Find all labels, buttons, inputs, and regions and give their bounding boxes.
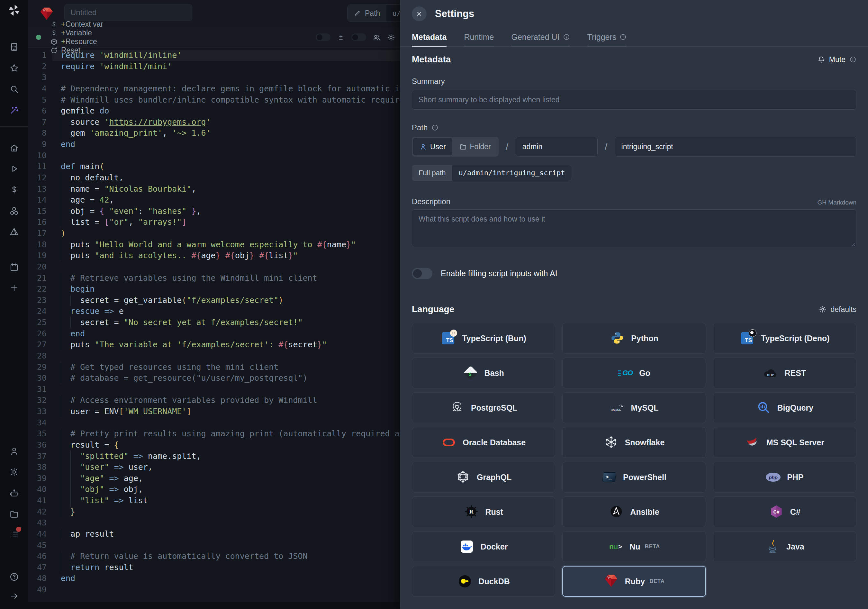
code-line[interactable]: "obj" => obj,	[53, 484, 400, 495]
sidebar-item-help[interactable]	[9, 572, 19, 582]
code-line[interactable]: result = {	[53, 440, 400, 451]
language-card-rest[interactable]: HTTPREST	[713, 358, 856, 389]
language-card-ruby[interactable]: RubyBETA	[562, 566, 706, 597]
sidebar-item-arrow-right[interactable]	[9, 591, 19, 601]
toolbar-toggle[interactable]	[351, 33, 366, 41]
language-card-typescript-deno-[interactable]: TSTypeScript (Deno)	[713, 323, 856, 354]
code-line[interactable]: obj = { "even": "hashes" },	[53, 206, 400, 217]
language-card-nu[interactable]: nu>NuBETA	[562, 531, 706, 562]
script-path-name-input[interactable]	[615, 136, 856, 157]
code-line[interactable]	[53, 262, 400, 273]
language-card-java[interactable]: JavaJava	[713, 531, 856, 562]
toolbar-button-variable[interactable]: +Variable	[50, 29, 92, 37]
owner-kind-user[interactable]: User	[413, 138, 452, 155]
language-card-bash[interactable]: $Bash	[412, 358, 555, 389]
close-button[interactable]	[412, 6, 426, 21]
tab-triggers[interactable]: Triggers	[587, 28, 627, 46]
code-line[interactable]: # Access environment variables provided …	[53, 395, 400, 406]
sidebar-item-folder[interactable]	[9, 509, 19, 519]
code-line[interactable]: end	[53, 328, 400, 339]
code-line[interactable]: return result	[53, 562, 400, 573]
code-line[interactable]: name = "Nicolas Bourbaki",	[53, 184, 400, 195]
language-card-oracle-database[interactable]: Oracle Database	[412, 427, 555, 458]
code-line[interactable]: # Pretty print results using amazing_pri…	[53, 428, 400, 440]
description-textarea[interactable]	[412, 209, 856, 247]
code-line[interactable]: puts "The variable at 'f/examples/secret…	[53, 339, 400, 350]
ai-toggle[interactable]	[412, 268, 432, 279]
code-line[interactable]: age = 42,	[53, 195, 400, 206]
sidebar-item-home[interactable]	[9, 143, 19, 153]
owner-kind-folder[interactable]: Folder	[453, 138, 498, 155]
sidebar-item-star[interactable]	[9, 64, 19, 73]
mute-button[interactable]: Mute	[817, 55, 856, 64]
code-line[interactable]: # Return value is automatically converte…	[53, 551, 400, 562]
language-card-rust[interactable]: RRust	[412, 496, 555, 527]
code-line[interactable]: user = ENV['WM_USERNAME']	[53, 406, 400, 417]
code-line[interactable]: "splitted" => name.split,	[53, 451, 400, 462]
code-line[interactable]: gem 'amazing_print', '~> 1.6'	[53, 128, 400, 139]
code-line[interactable]: secret = "No secret yet at f/examples/se…	[53, 317, 400, 328]
code-line[interactable]: puts "Hello World and a warm welcome esp…	[53, 239, 400, 251]
language-card-go[interactable]: GOGo	[562, 358, 706, 389]
language-card-duckdb[interactable]: DuckDB	[412, 566, 555, 597]
language-card-graphql[interactable]: GraphQL	[412, 462, 555, 493]
code-line[interactable]	[53, 417, 400, 429]
sidebar-item-magic-wand[interactable]	[9, 105, 19, 115]
sidebar-item-person[interactable]	[9, 446, 19, 456]
sidebar-item-list[interactable]	[9, 529, 19, 539]
code-line[interactable]: # Windmill uses bundler/inline compatibl…	[53, 95, 400, 106]
code-editor[interactable]: 1234567891011121314151617181920212223242…	[28, 48, 400, 595]
code-line[interactable]: gemfile do	[53, 105, 400, 117]
summary-input[interactable]	[412, 90, 856, 110]
language-card-c-[interactable]: C#C#	[713, 496, 856, 527]
code-line[interactable]: # database = get_resource("u/user/my_pos…	[53, 373, 400, 384]
code-line[interactable]: def main(	[53, 161, 400, 172]
sidebar-item-plus[interactable]	[9, 283, 19, 293]
toolbar-toggle[interactable]	[316, 33, 330, 41]
code-line[interactable]: # Retrieve variables using the Windmill …	[53, 273, 400, 284]
code-line[interactable]: "list" => list	[53, 495, 400, 507]
code-line[interactable]: puts "and its acolytes.. #{age} #{obj} #…	[53, 250, 400, 262]
plus-minus-icon[interactable]	[337, 33, 345, 42]
code-line[interactable]: end	[53, 573, 400, 584]
code-line[interactable]	[53, 150, 400, 161]
language-card-powershell[interactable]: >_PowerShell	[562, 462, 706, 493]
windmill-logo[interactable]	[8, 4, 20, 17]
code-line[interactable]: )	[53, 228, 400, 239]
language-card-python[interactable]: Python	[562, 323, 706, 354]
code-line[interactable]: list = ["or", "arrays!"]	[53, 217, 400, 228]
tab-generated-ui[interactable]: Generated UI	[511, 28, 570, 46]
sidebar-item-gear[interactable]	[9, 467, 19, 477]
code-line[interactable]: source 'https://rubygems.org'	[53, 117, 400, 128]
language-card-snowflake[interactable]: Snowflake	[562, 427, 706, 458]
tab-metadata[interactable]: Metadata	[412, 28, 446, 46]
language-card-ms-sql-server[interactable]: MS SQL Server	[713, 427, 856, 458]
toolbar-button-resource[interactable]: +Resource	[50, 37, 97, 46]
code-line[interactable]: }	[53, 507, 400, 518]
code-line[interactable]: # Dependency management: declare gems in…	[53, 83, 400, 95]
sidebar-item-cubes[interactable]	[9, 206, 19, 216]
code-line[interactable]: "user" => user,	[53, 462, 400, 473]
code-line[interactable]	[53, 72, 400, 83]
language-card-docker[interactable]: Docker	[412, 531, 555, 562]
code-line[interactable]: ap result	[53, 528, 400, 540]
code-line[interactable]: secret = get_variable("f/examples/secret…	[53, 295, 400, 306]
code-line[interactable]	[53, 584, 400, 595]
language-defaults-button[interactable]: defaults	[819, 305, 856, 314]
code-line[interactable]: rescue => e	[53, 306, 400, 317]
code-line[interactable]	[53, 384, 400, 395]
code-line[interactable]	[53, 540, 400, 551]
sidebar-item-dollar[interactable]	[9, 185, 19, 195]
code-line[interactable]	[53, 350, 400, 362]
code-line[interactable]: # Get typed resources using the mini cli…	[53, 362, 400, 373]
sidebar-item-robot[interactable]	[9, 488, 19, 498]
language-card-postgresql[interactable]: PostgreSQL	[412, 392, 555, 423]
code-line[interactable]	[53, 518, 400, 528]
script-name-input[interactable]	[64, 4, 192, 21]
language-card-php[interactable]: phpPHP	[713, 462, 856, 493]
gear-icon[interactable]	[387, 33, 395, 42]
info-icon[interactable]	[431, 124, 439, 131]
code-line[interactable]: require 'windmill/mini'	[53, 61, 400, 72]
path-chip[interactable]: Path u/a	[347, 5, 400, 22]
sidebar-item-calendar[interactable]	[9, 262, 19, 272]
